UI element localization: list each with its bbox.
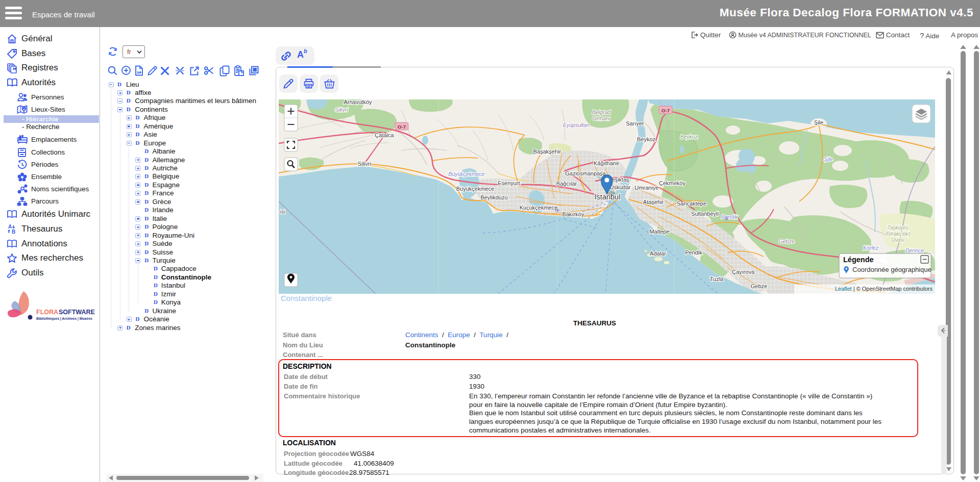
svg-text:Pendik: Pendik xyxy=(685,249,702,256)
svg-text:Umraniye: Umraniye xyxy=(634,185,658,191)
svg-text:Kâğıthane: Kâğıthane xyxy=(594,160,619,166)
svg-text:Belgrad: Belgrad xyxy=(592,109,611,115)
svg-text:Silivri: Silivri xyxy=(358,161,371,167)
svg-text:O-7: O-7 xyxy=(398,124,406,130)
svg-text:Derince: Derince xyxy=(905,247,924,253)
svg-text:Üsküdar: Üsküdar xyxy=(610,184,631,190)
svg-text:Çayırova: Çayırova xyxy=(732,269,755,275)
svg-text:(İshakçılar): (İshakçılar) xyxy=(885,231,910,237)
svg-text:Bakırköy: Bakırköy xyxy=(562,211,584,217)
svg-text:Silivri: Silivri xyxy=(335,107,348,113)
svg-text:Beykoz: Beykoz xyxy=(680,134,698,140)
svg-text:Taşköprü: Taşköprü xyxy=(888,225,909,231)
svg-text:Sultanbeyli: Sultanbeyli xyxy=(691,211,719,217)
svg-text:Sancaktepe: Sancaktepe xyxy=(677,200,706,207)
svg-text:Şile: Şile xyxy=(814,119,823,125)
svg-text:Çekmeköy: Çekmeköy xyxy=(659,180,685,186)
svg-text:Leaflet | © OpenStreetMap cont: Leaflet | © OpenStreetMap contributors xyxy=(835,286,933,292)
svg-text:Esenyurt: Esenyurt xyxy=(498,180,520,186)
svg-text:Gebze: Gebze xyxy=(751,283,767,289)
svg-text:Gebze: Gebze xyxy=(779,238,795,244)
svg-text:Tuzla: Tuzla xyxy=(710,276,724,282)
svg-text:Légende: Légende xyxy=(843,256,874,264)
svg-text:Ormanı: Ormanı xyxy=(592,115,610,121)
svg-text:SOFTWARE: SOFTWARE xyxy=(59,309,95,316)
svg-text:Arnavutköy: Arnavutköy xyxy=(344,99,372,105)
svg-text:Gaziosmanpaşa: Gaziosmanpaşa xyxy=(565,170,606,176)
svg-text:Çatalca: Çatalca xyxy=(375,132,394,138)
svg-text:Şile: Şile xyxy=(824,156,833,162)
svg-text:Ataşehir: Ataşehir xyxy=(643,199,664,205)
svg-text:Büyükçekmece: Büyükçekmece xyxy=(448,171,484,177)
svg-text:FLORA: FLORA xyxy=(36,309,58,316)
svg-text:Büyükçekmece: Büyükçekmece xyxy=(456,186,495,192)
svg-text:Küçükçekmece: Küçükçekmece xyxy=(520,205,558,211)
svg-text:Eyüpsultan: Eyüpsultan xyxy=(563,122,590,128)
svg-text:O-7: O-7 xyxy=(662,108,670,113)
svg-text:B: B xyxy=(12,229,15,235)
svg-text:isi: isi xyxy=(280,209,285,215)
svg-text:Sarıyer: Sarıyer xyxy=(626,120,644,126)
svg-text:Bibliothèques | Archives | Mus: Bibliothèques | Archives | Musées xyxy=(36,317,92,321)
svg-text:Körfez: Körfez xyxy=(863,245,879,251)
svg-text:Başakşehir: Başakşehir xyxy=(533,148,561,155)
svg-text:Ovası: Ovası xyxy=(891,237,904,243)
svg-text:Beykoz: Beykoz xyxy=(637,136,655,142)
svg-text:Beylikdüzü: Beylikdüzü xyxy=(480,194,507,200)
svg-text:Adalar: Adalar xyxy=(650,250,666,257)
svg-text:Bağcılar: Bağcılar xyxy=(556,181,577,187)
svg-text:Coordonnée géographique: Coordonnée géographique xyxy=(852,266,932,273)
svg-text:Maltepe: Maltepe xyxy=(649,229,669,235)
